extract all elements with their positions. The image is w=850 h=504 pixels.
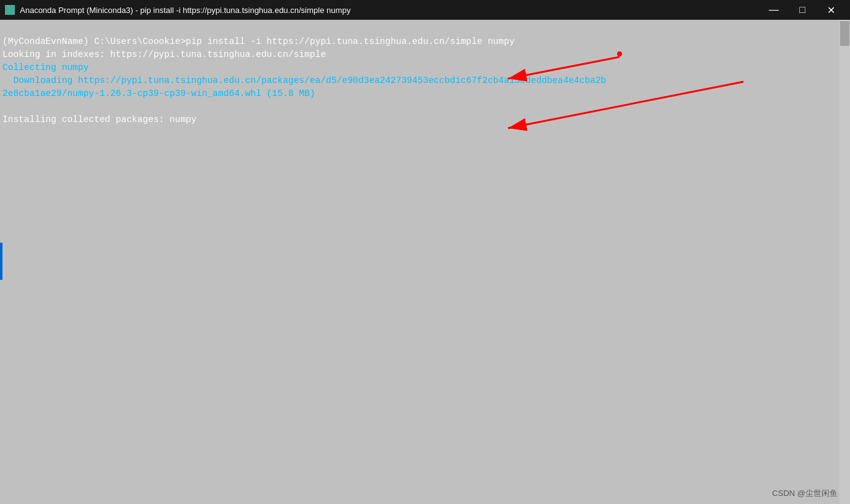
filename-line: 2e8cba1ae29/numpy-1.26.3-cp39-cp39-win_a… [2,89,315,98]
terminal-body: (MyCondaEvnName) C:\Users\Coookie>pip in… [0,20,850,504]
window: Anaconda Prompt (Miniconda3) - pip insta… [0,0,850,504]
looking-line: Looking in indexes: https://pypi.tuna.ts… [2,50,326,59]
progress-line: ━━━━━━━━━━━━━━━━━━━━━━━━━━━━━━━━━━━━━━━━… [2,102,850,111]
command-line: (MyCondaEvnName) C:\Users\Coookie>pip in… [2,37,515,46]
maximize-button[interactable]: □ [788,0,817,20]
scrollbar-thumb[interactable] [840,21,849,46]
terminal-output: (MyCondaEvnName) C:\Users\Coookie>pip in… [2,22,848,152]
left-scroll-indicator [0,243,2,280]
minimize-button[interactable]: — [760,0,788,20]
downloading-line: Downloading https://pypi.tuna.tsinghua.e… [2,76,607,85]
close-button[interactable]: ✕ [817,0,845,20]
window-controls: — □ ✕ [760,0,845,20]
title-bar: Anaconda Prompt (Miniconda3) - pip insta… [0,0,850,20]
scrollbar[interactable] [839,20,850,504]
collecting-line: Collecting numpy [2,63,89,72]
watermark: CSDN @尘世闲鱼 [772,488,838,499]
app-icon [5,5,15,15]
window-title: Anaconda Prompt (Miniconda3) - pip insta… [20,6,760,15]
installing-line: Installing collected packages: numpy [2,115,196,124]
